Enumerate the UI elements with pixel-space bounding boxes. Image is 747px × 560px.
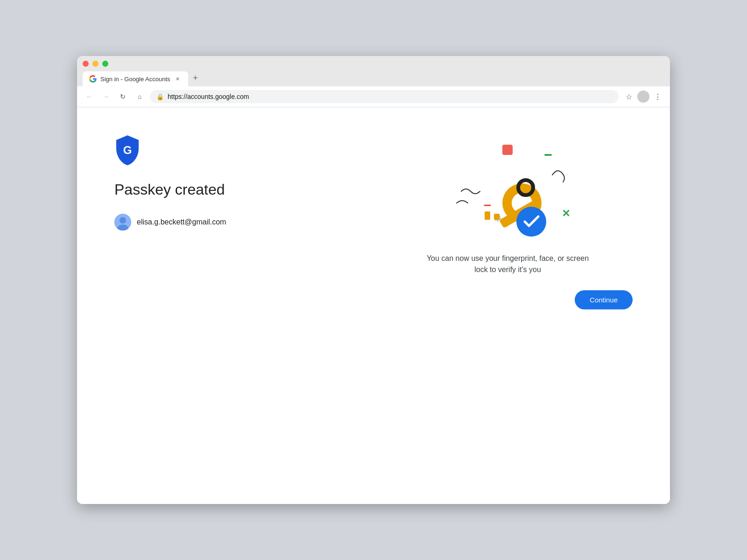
svg-rect-14 [494,214,500,220]
svg-rect-13 [485,211,490,220]
description-text: You can now use your fingerprint, face, … [424,253,592,275]
bookmark-button[interactable]: ☆ [622,90,635,103]
active-tab[interactable]: Sign in - Google Accounts ✕ [83,71,188,86]
passkey-illustration: ✳ ✕ [433,135,583,238]
tabs-row: Sign in - Google Accounts ✕ + [83,71,664,86]
back-button[interactable]: ← [83,90,96,103]
url-bar[interactable]: 🔒 https://accounts.google.com [150,90,619,103]
lock-icon: 🔒 [156,93,164,100]
left-panel: G Passkey created elisa.g.beckett@gmail.… [114,135,364,476]
google-shield-logo: G [114,135,141,165]
home-button[interactable]: ⌂ [133,90,146,103]
continue-button[interactable]: Continue [575,290,633,309]
page-content: G Passkey created elisa.g.beckett@gmail.… [77,107,670,504]
svg-text:G: G [123,144,132,156]
tab-title: Sign in - Google Accounts [100,76,170,83]
url-text: https://accounts.google.com [168,93,612,100]
close-button[interactable] [83,61,89,67]
user-email: elisa.g.beckett@gmail.com [137,218,226,226]
page-title: Passkey created [114,180,364,199]
refresh-button[interactable]: ↻ [116,90,129,103]
new-tab-button[interactable]: + [189,71,202,84]
address-bar: ← → ↻ ⌂ 🔒 https://accounts.google.com ☆ … [77,86,670,107]
user-row: elisa.g.beckett@gmail.com [114,214,364,231]
toolbar-right: ☆ ⋮ [622,90,664,103]
browser-window: Sign in - Google Accounts ✕ + ← → ↻ ⌂ 🔒 … [77,56,670,504]
forward-button[interactable]: → [99,90,113,103]
svg-point-2 [120,217,126,224]
minimize-button[interactable] [92,61,99,67]
right-panel: ✳ ✕ [383,135,633,476]
user-avatar [114,214,131,231]
tab-close-button[interactable]: ✕ [174,75,182,83]
tab-favicon-icon [89,75,97,83]
svg-point-15 [516,207,546,237]
svg-text:✕: ✕ [562,208,570,219]
menu-button[interactable]: ⋮ [651,90,664,103]
profile-button[interactable] [637,91,649,103]
svg-rect-4 [502,145,513,155]
traffic-lights [83,61,664,67]
maximize-button[interactable] [102,61,108,67]
title-bar: Sign in - Google Accounts ✕ + [77,56,670,86]
